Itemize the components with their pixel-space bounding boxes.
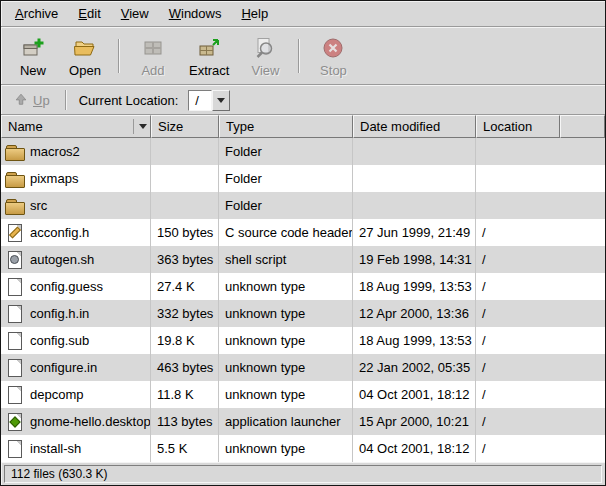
file-type: Folder <box>219 138 353 165</box>
table-row[interactable]: src Folder <box>1 192 605 219</box>
menu-help[interactable]: Help <box>231 2 278 25</box>
up-arrow-icon <box>14 92 28 109</box>
menu-edit[interactable]: Edit <box>68 2 110 25</box>
table-row[interactable]: gnome-hello.desktop 113 bytes applicatio… <box>1 408 605 435</box>
column-header-location[interactable]: Location <box>476 115 560 138</box>
open-archive-icon <box>72 35 98 61</box>
stop-button-label: Stop <box>320 63 347 78</box>
table-row[interactable]: config.guess 27.4 K unknown type 18 Aug … <box>1 273 605 300</box>
table-row[interactable]: config.h.in 332 bytes unknown type 12 Ap… <box>1 300 605 327</box>
column-header-name-label: Name <box>8 119 43 134</box>
column-header-filler <box>560 115 605 138</box>
table-row[interactable]: macros2 Folder <box>1 138 605 165</box>
file-name: configure.in <box>30 360 97 375</box>
extract-button[interactable]: Extract <box>179 31 239 81</box>
file-date: 18 Aug 1999, 13:53 <box>353 327 476 354</box>
file-date: 22 Jan 2002, 05:35 <box>353 354 476 381</box>
add-files-icon <box>140 35 166 61</box>
file-type: shell script <box>219 246 353 273</box>
file-size: 5.5 K <box>151 435 219 462</box>
view-button[interactable]: View <box>239 31 291 81</box>
chevron-down-icon <box>139 124 147 129</box>
file-location: / <box>476 354 605 381</box>
file-size <box>151 138 219 165</box>
archive-manager-window: Archive Edit View Windows Help New <box>0 0 606 486</box>
file-type: Folder <box>219 192 353 219</box>
file-date <box>353 165 476 192</box>
file-size <box>151 192 219 219</box>
file-type: unknown type <box>219 435 353 462</box>
new-button-label: New <box>20 63 46 78</box>
file-date <box>353 138 476 165</box>
table-row[interactable]: configure.in 463 bytes unknown type 22 J… <box>1 354 605 381</box>
file-date: 12 Apr 2000, 13:36 <box>353 300 476 327</box>
file-size: 27.4 K <box>151 273 219 300</box>
file-location: / <box>476 219 605 246</box>
new-archive-icon <box>20 35 46 61</box>
file-date: 15 Apr 2000, 10:21 <box>353 408 476 435</box>
column-header-type[interactable]: Type <box>219 115 353 138</box>
table-row[interactable]: pixmaps Folder <box>1 165 605 192</box>
folder-icon <box>5 170 25 187</box>
toolbar-separator <box>118 39 120 73</box>
table-row[interactable]: config.sub 19.8 K unknown type 18 Aug 19… <box>1 327 605 354</box>
file-name: config.h.in <box>30 306 89 321</box>
document-icon <box>5 332 25 349</box>
file-date: 04 Oct 2001, 18:12 <box>353 381 476 408</box>
stop-button[interactable]: Stop <box>307 31 359 81</box>
open-button[interactable]: Open <box>59 31 111 81</box>
file-size <box>151 165 219 192</box>
file-date: 27 Jun 1999, 21:49 <box>353 219 476 246</box>
document-icon <box>5 440 25 457</box>
file-location <box>476 192 605 219</box>
column-header-size-label: Size <box>158 119 183 134</box>
location-dropdown-button[interactable] <box>212 90 230 111</box>
new-button[interactable]: New <box>7 31 59 81</box>
file-name: gnome-hello.desktop <box>30 414 151 429</box>
script-icon <box>5 251 25 268</box>
file-type: application launcher <box>219 408 353 435</box>
location-separator <box>65 90 67 110</box>
add-button-label: Add <box>141 63 164 78</box>
folder-icon <box>5 143 25 160</box>
table-row[interactable]: install-sh 5.5 K unknown type 04 Oct 200… <box>1 435 605 462</box>
file-name: pixmaps <box>30 171 78 186</box>
file-date: 18 Aug 1999, 13:53 <box>353 273 476 300</box>
menu-view[interactable]: View <box>111 2 159 25</box>
document-icon <box>5 386 25 403</box>
file-location: / <box>476 408 605 435</box>
file-size: 363 bytes <box>151 246 219 273</box>
file-size: 463 bytes <box>151 354 219 381</box>
file-type: unknown type <box>219 354 353 381</box>
menu-windows[interactable]: Windows <box>159 2 232 25</box>
file-name: src <box>30 198 47 213</box>
file-size: 113 bytes <box>151 408 219 435</box>
up-button[interactable]: Up <box>7 90 57 111</box>
column-header-date-modified[interactable]: Date modified <box>353 115 476 138</box>
file-date <box>353 192 476 219</box>
add-button[interactable]: Add <box>127 31 179 81</box>
view-file-icon <box>252 35 278 61</box>
file-size: 150 bytes <box>151 219 219 246</box>
location-combobox[interactable]: / <box>188 90 230 111</box>
current-location-label: Current Location: <box>75 93 183 108</box>
file-name: config.guess <box>30 279 103 294</box>
file-location <box>476 165 605 192</box>
column-header-name[interactable]: Name <box>1 115 151 138</box>
file-name: depcomp <box>30 387 83 402</box>
file-type: unknown type <box>219 273 353 300</box>
column-header-location-label: Location <box>483 119 532 134</box>
location-value[interactable]: / <box>188 90 212 111</box>
column-header-date-label: Date modified <box>360 119 440 134</box>
extract-icon <box>196 35 222 61</box>
file-size: 11.8 K <box>151 381 219 408</box>
folder-icon <box>5 197 25 214</box>
file-name: config.sub <box>30 333 89 348</box>
file-type: unknown type <box>219 327 353 354</box>
table-row[interactable]: acconfig.h 150 bytes C source code heade… <box>1 219 605 246</box>
column-header-size[interactable]: Size <box>151 115 219 138</box>
table-row[interactable]: autogen.sh 363 bytes shell script 19 Feb… <box>1 246 605 273</box>
table-row[interactable]: depcomp 11.8 K unknown type 04 Oct 2001,… <box>1 381 605 408</box>
menu-archive[interactable]: Archive <box>5 2 68 25</box>
sort-indicator[interactable] <box>133 119 147 134</box>
